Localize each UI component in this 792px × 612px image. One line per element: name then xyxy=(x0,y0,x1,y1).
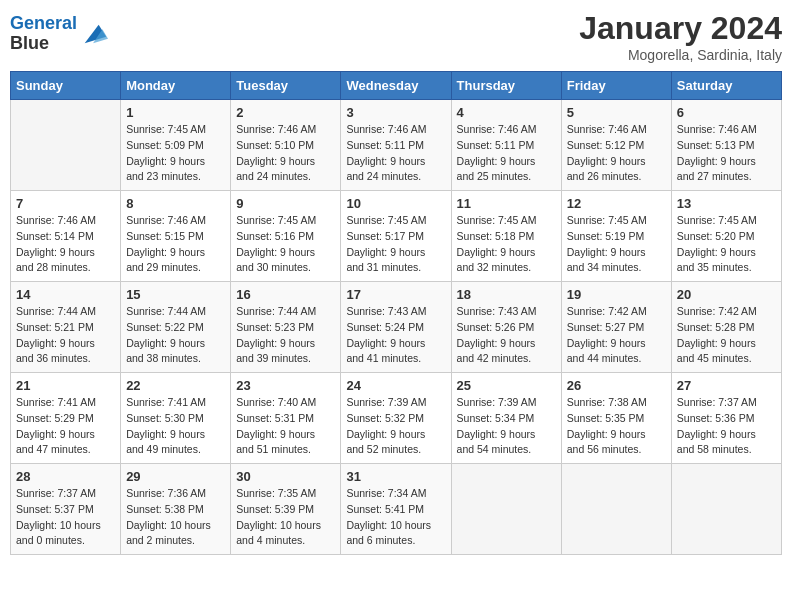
calendar-cell xyxy=(561,464,671,555)
calendar-cell: 4 Sunrise: 7:46 AM Sunset: 5:11 PM Dayli… xyxy=(451,100,561,191)
sunset-text: Sunset: 5:31 PM xyxy=(236,412,314,424)
day-number: 1 xyxy=(126,105,225,120)
sunset-text: Sunset: 5:28 PM xyxy=(677,321,755,333)
weekday-header-wednesday: Wednesday xyxy=(341,72,451,100)
sunrise-text: Sunrise: 7:45 AM xyxy=(126,123,206,135)
weekday-header-friday: Friday xyxy=(561,72,671,100)
calendar-cell: 5 Sunrise: 7:46 AM Sunset: 5:12 PM Dayli… xyxy=(561,100,671,191)
logo: General Blue xyxy=(10,14,108,54)
sunset-text: Sunset: 5:09 PM xyxy=(126,139,204,151)
daylight-text: Daylight: 9 hours and 27 minutes. xyxy=(677,155,756,183)
day-number: 19 xyxy=(567,287,666,302)
day-info: Sunrise: 7:42 AM Sunset: 5:27 PM Dayligh… xyxy=(567,304,666,367)
day-info: Sunrise: 7:44 AM Sunset: 5:22 PM Dayligh… xyxy=(126,304,225,367)
sunset-text: Sunset: 5:37 PM xyxy=(16,503,94,515)
daylight-text: Daylight: 9 hours and 29 minutes. xyxy=(126,246,205,274)
day-info: Sunrise: 7:44 AM Sunset: 5:23 PM Dayligh… xyxy=(236,304,335,367)
calendar-cell: 19 Sunrise: 7:42 AM Sunset: 5:27 PM Dayl… xyxy=(561,282,671,373)
logo-icon xyxy=(80,20,108,48)
weekday-header-thursday: Thursday xyxy=(451,72,561,100)
day-info: Sunrise: 7:44 AM Sunset: 5:21 PM Dayligh… xyxy=(16,304,115,367)
page-title: January 2024 xyxy=(579,10,782,47)
calendar-cell: 14 Sunrise: 7:44 AM Sunset: 5:21 PM Dayl… xyxy=(11,282,121,373)
calendar-cell: 9 Sunrise: 7:45 AM Sunset: 5:16 PM Dayli… xyxy=(231,191,341,282)
day-info: Sunrise: 7:46 AM Sunset: 5:10 PM Dayligh… xyxy=(236,122,335,185)
sunset-text: Sunset: 5:14 PM xyxy=(16,230,94,242)
sunrise-text: Sunrise: 7:45 AM xyxy=(567,214,647,226)
sunrise-text: Sunrise: 7:38 AM xyxy=(567,396,647,408)
sunrise-text: Sunrise: 7:46 AM xyxy=(236,123,316,135)
sunset-text: Sunset: 5:29 PM xyxy=(16,412,94,424)
daylight-text: Daylight: 9 hours and 41 minutes. xyxy=(346,337,425,365)
day-info: Sunrise: 7:37 AM Sunset: 5:37 PM Dayligh… xyxy=(16,486,115,549)
sunset-text: Sunset: 5:27 PM xyxy=(567,321,645,333)
day-info: Sunrise: 7:46 AM Sunset: 5:15 PM Dayligh… xyxy=(126,213,225,276)
calendar-cell: 3 Sunrise: 7:46 AM Sunset: 5:11 PM Dayli… xyxy=(341,100,451,191)
day-number: 15 xyxy=(126,287,225,302)
sunrise-text: Sunrise: 7:39 AM xyxy=(457,396,537,408)
calendar-cell: 10 Sunrise: 7:45 AM Sunset: 5:17 PM Dayl… xyxy=(341,191,451,282)
calendar-cell: 29 Sunrise: 7:36 AM Sunset: 5:38 PM Dayl… xyxy=(121,464,231,555)
daylight-text: Daylight: 9 hours and 32 minutes. xyxy=(457,246,536,274)
sunset-text: Sunset: 5:10 PM xyxy=(236,139,314,151)
day-info: Sunrise: 7:45 AM Sunset: 5:16 PM Dayligh… xyxy=(236,213,335,276)
sunrise-text: Sunrise: 7:43 AM xyxy=(457,305,537,317)
calendar-cell: 12 Sunrise: 7:45 AM Sunset: 5:19 PM Dayl… xyxy=(561,191,671,282)
sunset-text: Sunset: 5:22 PM xyxy=(126,321,204,333)
day-info: Sunrise: 7:34 AM Sunset: 5:41 PM Dayligh… xyxy=(346,486,445,549)
sunset-text: Sunset: 5:39 PM xyxy=(236,503,314,515)
sunset-text: Sunset: 5:23 PM xyxy=(236,321,314,333)
day-number: 2 xyxy=(236,105,335,120)
sunset-text: Sunset: 5:34 PM xyxy=(457,412,535,424)
sunset-text: Sunset: 5:20 PM xyxy=(677,230,755,242)
calendar-cell: 8 Sunrise: 7:46 AM Sunset: 5:15 PM Dayli… xyxy=(121,191,231,282)
sunrise-text: Sunrise: 7:45 AM xyxy=(677,214,757,226)
sunset-text: Sunset: 5:12 PM xyxy=(567,139,645,151)
daylight-text: Daylight: 10 hours and 6 minutes. xyxy=(346,519,431,547)
weekday-header-tuesday: Tuesday xyxy=(231,72,341,100)
sunset-text: Sunset: 5:41 PM xyxy=(346,503,424,515)
day-number: 28 xyxy=(16,469,115,484)
calendar-cell: 20 Sunrise: 7:42 AM Sunset: 5:28 PM Dayl… xyxy=(671,282,781,373)
sunset-text: Sunset: 5:36 PM xyxy=(677,412,755,424)
weekday-header-monday: Monday xyxy=(121,72,231,100)
daylight-text: Daylight: 9 hours and 56 minutes. xyxy=(567,428,646,456)
calendar-cell: 28 Sunrise: 7:37 AM Sunset: 5:37 PM Dayl… xyxy=(11,464,121,555)
day-number: 26 xyxy=(567,378,666,393)
sunrise-text: Sunrise: 7:42 AM xyxy=(567,305,647,317)
day-number: 4 xyxy=(457,105,556,120)
day-number: 3 xyxy=(346,105,445,120)
day-number: 10 xyxy=(346,196,445,211)
sunrise-text: Sunrise: 7:39 AM xyxy=(346,396,426,408)
sunrise-text: Sunrise: 7:36 AM xyxy=(126,487,206,499)
day-info: Sunrise: 7:43 AM Sunset: 5:24 PM Dayligh… xyxy=(346,304,445,367)
calendar-cell: 13 Sunrise: 7:45 AM Sunset: 5:20 PM Dayl… xyxy=(671,191,781,282)
sunset-text: Sunset: 5:30 PM xyxy=(126,412,204,424)
sunrise-text: Sunrise: 7:45 AM xyxy=(346,214,426,226)
day-info: Sunrise: 7:42 AM Sunset: 5:28 PM Dayligh… xyxy=(677,304,776,367)
sunset-text: Sunset: 5:21 PM xyxy=(16,321,94,333)
title-block: January 2024 Mogorella, Sardinia, Italy xyxy=(579,10,782,63)
sunrise-text: Sunrise: 7:40 AM xyxy=(236,396,316,408)
day-number: 21 xyxy=(16,378,115,393)
logo-text: General Blue xyxy=(10,14,77,54)
sunrise-text: Sunrise: 7:44 AM xyxy=(236,305,316,317)
calendar-cell: 23 Sunrise: 7:40 AM Sunset: 5:31 PM Dayl… xyxy=(231,373,341,464)
daylight-text: Daylight: 9 hours and 26 minutes. xyxy=(567,155,646,183)
sunset-text: Sunset: 5:26 PM xyxy=(457,321,535,333)
day-number: 5 xyxy=(567,105,666,120)
day-number: 11 xyxy=(457,196,556,211)
calendar-cell: 18 Sunrise: 7:43 AM Sunset: 5:26 PM Dayl… xyxy=(451,282,561,373)
sunrise-text: Sunrise: 7:41 AM xyxy=(126,396,206,408)
day-info: Sunrise: 7:46 AM Sunset: 5:11 PM Dayligh… xyxy=(457,122,556,185)
day-info: Sunrise: 7:46 AM Sunset: 5:13 PM Dayligh… xyxy=(677,122,776,185)
calendar-cell: 22 Sunrise: 7:41 AM Sunset: 5:30 PM Dayl… xyxy=(121,373,231,464)
daylight-text: Daylight: 9 hours and 45 minutes. xyxy=(677,337,756,365)
daylight-text: Daylight: 9 hours and 28 minutes. xyxy=(16,246,95,274)
sunrise-text: Sunrise: 7:45 AM xyxy=(236,214,316,226)
sunset-text: Sunset: 5:17 PM xyxy=(346,230,424,242)
calendar-cell: 25 Sunrise: 7:39 AM Sunset: 5:34 PM Dayl… xyxy=(451,373,561,464)
day-number: 25 xyxy=(457,378,556,393)
sunrise-text: Sunrise: 7:34 AM xyxy=(346,487,426,499)
daylight-text: Daylight: 9 hours and 24 minutes. xyxy=(236,155,315,183)
